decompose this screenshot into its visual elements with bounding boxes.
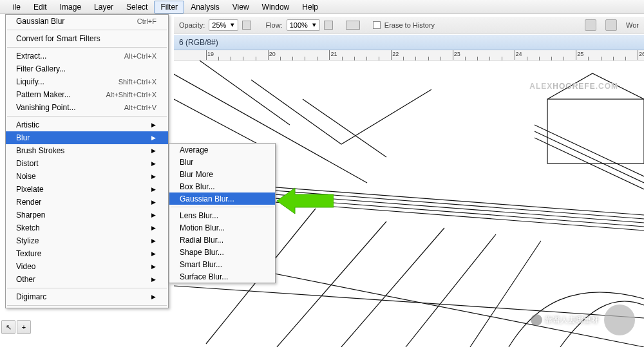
ruler-tick-label: 22 xyxy=(392,51,399,57)
ruler-tick-label: 23 xyxy=(454,51,460,57)
workspace-icon[interactable] xyxy=(605,19,617,31)
ruler-tick-label: 26 xyxy=(639,51,644,57)
marquee-tool[interactable]: + xyxy=(17,320,31,334)
seal-icon xyxy=(604,305,635,335)
ruler-tick-label: 20 xyxy=(269,51,276,57)
ruler-tick-label: 21 xyxy=(330,51,337,57)
filter-blur[interactable]: Blur▶ xyxy=(6,131,168,144)
menu-help[interactable]: Help xyxy=(296,1,325,14)
options-bar: Opacity: 25% ▾ Flow: 100% ▾ Erase to His… xyxy=(174,17,644,33)
filter-pixelate[interactable]: Pixelate▶ xyxy=(6,183,168,196)
opacity-field[interactable]: 25% ▾ xyxy=(209,19,238,31)
menu-separator xyxy=(7,116,167,117)
filter-last[interactable]: Gaussian Blur Ctrl+F xyxy=(6,15,168,28)
filter-last-shortcut: Ctrl+F xyxy=(137,17,156,25)
blur-smart-blur[interactable]: Smart Blur... xyxy=(169,258,275,270)
menu-image[interactable]: Image xyxy=(53,1,88,14)
document-title: 6 (RGB/8#) xyxy=(179,38,218,47)
workspace-label: Wor xyxy=(626,21,639,29)
filter-liquify[interactable]: Liquify...Shift+Ctrl+X xyxy=(6,75,168,88)
filter-video[interactable]: Video▶ xyxy=(6,260,168,273)
blur-submenu: AverageBlurBlur MoreBox Blur...Gaussian … xyxy=(169,143,276,283)
submenu-arrow-icon: ▶ xyxy=(151,147,156,154)
blur-radial-blur[interactable]: Radial Blur... xyxy=(169,234,275,246)
filter-convert-smart[interactable]: Convert for Smart Filters xyxy=(6,32,168,45)
submenu-arrow-icon: ▶ xyxy=(151,122,156,128)
menu-separator xyxy=(7,47,167,48)
opacity-value: 25% xyxy=(212,21,226,29)
bottom-watermark: 靠谱人去哪里呀 xyxy=(531,305,635,335)
erase-history-checkbox[interactable] xyxy=(373,21,381,29)
menu-filter[interactable]: Filter xyxy=(154,1,184,14)
blur-box-blur[interactable]: Box Blur... xyxy=(169,180,275,192)
menu-edit[interactable]: Edit xyxy=(27,1,53,14)
move-tool[interactable]: ↖ xyxy=(1,320,15,334)
submenu-arrow-icon: ▶ xyxy=(151,186,156,192)
menu-select[interactable]: Select xyxy=(120,1,154,14)
filter-convert-label: Convert for Smart Filters xyxy=(16,34,100,43)
filter-stylize[interactable]: Stylize▶ xyxy=(6,234,168,247)
blur-surface-blur[interactable]: Surface Blur... xyxy=(169,270,275,283)
blur-average[interactable]: Average xyxy=(169,144,275,156)
ruler-tick-label: 25 xyxy=(577,51,583,57)
submenu-arrow-icon: ▶ xyxy=(151,263,156,270)
chevron-down-icon[interactable]: ▾ xyxy=(310,21,318,29)
menu-analysis[interactable]: Analysis xyxy=(184,1,226,14)
submenu-arrow-icon: ▶ xyxy=(151,276,156,283)
filter-other[interactable]: Other▶ xyxy=(6,273,168,286)
filter-filter-gallery[interactable]: Filter Gallery... xyxy=(6,62,168,75)
filter-noise[interactable]: Noise▶ xyxy=(6,170,168,183)
blur-motion-blur[interactable]: Motion Blur... xyxy=(169,221,275,234)
filter-distort[interactable]: Distort▶ xyxy=(6,157,168,170)
filter-extract[interactable]: Extract...Alt+Ctrl+X xyxy=(6,50,168,62)
eraser-icon[interactable] xyxy=(346,21,360,30)
blur-blur[interactable]: Blur xyxy=(169,156,275,168)
blur-blur-more[interactable]: Blur More xyxy=(169,168,275,180)
menu-view[interactable]: View xyxy=(226,1,256,14)
ruler-horizontal[interactable]: 1920212223242526 xyxy=(174,50,644,61)
submenu-arrow-icon: ▶ xyxy=(151,135,156,141)
submenu-arrow-icon: ▶ xyxy=(151,250,156,257)
filter-pattern-maker[interactable]: Pattern Maker...Alt+Shift+Ctrl+X xyxy=(6,88,168,101)
menu-window[interactable]: Window xyxy=(256,1,296,14)
submenu-arrow-icon: ▶ xyxy=(151,212,156,218)
flow-value: 100% xyxy=(290,21,308,29)
flow-label: Flow: xyxy=(265,21,282,29)
menubar: ile Edit Image Layer Select Filter Analy… xyxy=(0,0,644,14)
flow-field[interactable]: 100% ▾ xyxy=(287,19,320,31)
watermark-part2: HOGREFE xyxy=(553,82,595,91)
ruler-tick-label: 24 xyxy=(516,51,522,57)
submenu-arrow-icon: ▶ xyxy=(151,294,156,300)
filter-menu-dropdown: Gaussian Blur Ctrl+F Convert for Smart F… xyxy=(5,14,169,308)
submenu-arrow-icon: ▶ xyxy=(151,225,156,231)
erase-history-label: Erase to History xyxy=(384,21,435,29)
watermark-suffix: .COM xyxy=(596,82,618,91)
toolbox: ↖ + xyxy=(1,320,31,334)
airbrush-icon[interactable] xyxy=(324,21,333,30)
opacity-label: Opacity: xyxy=(179,21,205,29)
menu-file[interactable]: ile xyxy=(6,1,27,14)
filter-vanishing-point[interactable]: Vanishing Point...Alt+Ctrl+V xyxy=(6,101,168,114)
filter-sharpen[interactable]: Sharpen▶ xyxy=(6,209,168,221)
filter-render[interactable]: Render▶ xyxy=(6,196,168,209)
chevron-down-icon[interactable]: ▾ xyxy=(229,21,236,29)
watermark-part1: ALEX xyxy=(529,82,553,91)
filter-sketch[interactable]: Sketch▶ xyxy=(6,221,168,234)
opacity-brush-icon[interactable] xyxy=(242,21,251,30)
menu-separator xyxy=(171,207,274,207)
filter-artistic[interactable]: Artistic▶ xyxy=(6,118,168,131)
ruler-tick-label: 19 xyxy=(207,51,214,57)
filter-brush-strokes[interactable]: Brush Strokes▶ xyxy=(6,144,168,157)
filter-last-label: Gaussian Blur xyxy=(16,17,64,26)
submenu-arrow-icon: ▶ xyxy=(151,160,156,167)
blur-shape-blur[interactable]: Shape Blur... xyxy=(169,246,275,258)
blur-gaussian-blur[interactable]: Gaussian Blur... xyxy=(169,192,275,205)
wechat-icon xyxy=(531,314,542,326)
palette-icon[interactable] xyxy=(585,19,596,31)
filter-texture[interactable]: Texture▶ xyxy=(6,247,168,260)
filter-digimarc[interactable]: Digimarc▶ xyxy=(6,290,168,303)
bottom-watermark-text: 靠谱人去哪里呀 xyxy=(545,315,599,326)
submenu-arrow-icon: ▶ xyxy=(151,199,156,205)
menu-layer[interactable]: Layer xyxy=(88,1,120,14)
blur-lens-blur[interactable]: Lens Blur... xyxy=(169,209,275,221)
